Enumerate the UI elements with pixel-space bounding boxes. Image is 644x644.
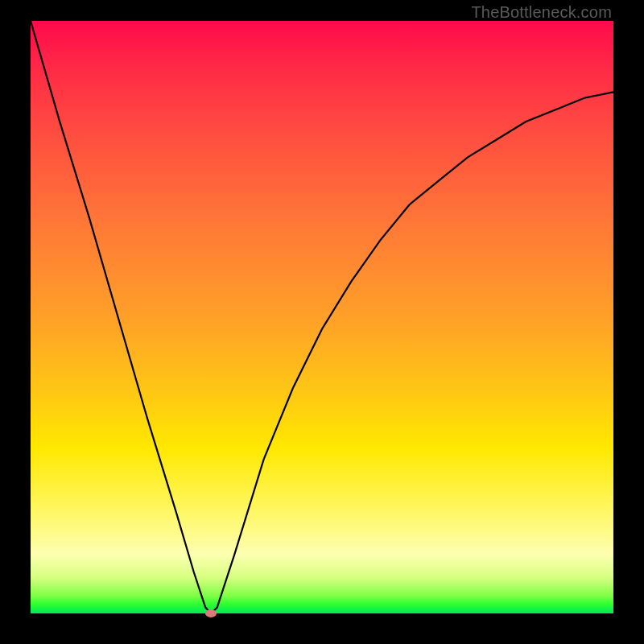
minimum-marker [205,609,217,617]
chart-frame: TheBottleneck.com [0,0,644,644]
plot-area [31,21,613,613]
watermark-text: TheBottleneck.com [471,3,612,22]
curve-path [31,21,613,613]
curve-svg [31,21,613,613]
